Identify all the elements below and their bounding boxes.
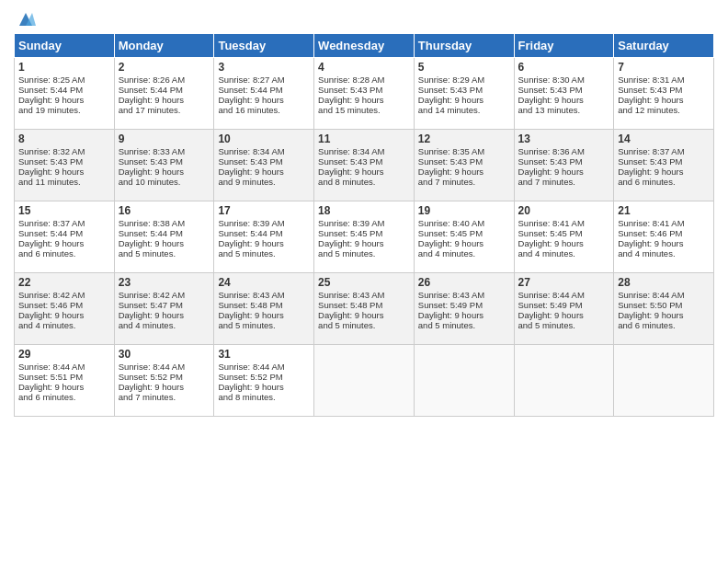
calendar-cell: 27Sunrise: 8:44 AMSunset: 5:49 PMDayligh… xyxy=(514,273,614,345)
logo-icon xyxy=(16,9,36,29)
day-info-line: Sunset: 5:49 PM xyxy=(518,300,610,310)
day-info-line: and 7 minutes. xyxy=(418,177,510,187)
day-info-line: Sunrise: 8:31 AM xyxy=(618,75,710,85)
day-info-line: Daylight: 9 hours xyxy=(119,382,210,392)
day-info-line: Sunrise: 8:26 AM xyxy=(119,75,210,85)
day-info-line: Sunset: 5:45 PM xyxy=(418,228,510,238)
day-info-line: Sunrise: 8:43 AM xyxy=(318,290,410,300)
day-info-line: Sunset: 5:44 PM xyxy=(218,228,310,238)
day-number: 15 xyxy=(18,204,110,217)
day-info-line: Sunrise: 8:43 AM xyxy=(418,290,510,300)
day-info-line: and 8 minutes. xyxy=(318,177,410,187)
day-number: 6 xyxy=(518,61,610,74)
day-info-line: Sunset: 5:43 PM xyxy=(318,85,410,95)
day-number: 30 xyxy=(119,348,210,361)
day-info-line: Daylight: 9 hours xyxy=(218,95,310,105)
day-number: 29 xyxy=(18,348,110,361)
day-number: 11 xyxy=(318,132,410,145)
calendar-week-1: 1Sunrise: 8:25 AMSunset: 5:44 PMDaylight… xyxy=(15,58,714,130)
day-info-line: Sunrise: 8:44 AM xyxy=(618,290,710,300)
day-info-line: and 6 minutes. xyxy=(618,177,710,187)
day-info-line: and 17 minutes. xyxy=(119,105,210,115)
day-info-line: Daylight: 9 hours xyxy=(18,310,110,320)
calendar-body: 1Sunrise: 8:25 AMSunset: 5:44 PMDaylight… xyxy=(15,58,714,417)
day-info-line: Sunrise: 8:27 AM xyxy=(218,75,310,85)
header xyxy=(14,9,714,26)
day-info-line: Daylight: 9 hours xyxy=(618,238,710,248)
day-number: 10 xyxy=(218,132,310,145)
day-info-line: and 10 minutes. xyxy=(119,177,210,187)
day-info-line: Sunrise: 8:34 AM xyxy=(318,146,410,156)
day-info-line: Daylight: 9 hours xyxy=(518,238,610,248)
calendar-cell: 20Sunrise: 8:41 AMSunset: 5:45 PMDayligh… xyxy=(514,201,614,273)
day-number: 18 xyxy=(318,204,410,217)
day-info-line: and 6 minutes. xyxy=(618,320,710,330)
day-info-line: Sunrise: 8:44 AM xyxy=(119,362,210,372)
header-day-tuesday: Tuesday xyxy=(214,34,314,58)
day-info-line: Sunset: 5:52 PM xyxy=(218,372,310,382)
day-info-line: and 4 minutes. xyxy=(418,248,510,259)
day-info-line: Daylight: 9 hours xyxy=(218,310,310,320)
day-number: 7 xyxy=(618,61,710,74)
day-number: 20 xyxy=(518,204,610,217)
day-number: 28 xyxy=(618,276,710,289)
day-number: 19 xyxy=(418,204,510,217)
day-info-line: Sunset: 5:44 PM xyxy=(218,85,310,95)
day-info-line: Sunset: 5:49 PM xyxy=(418,300,510,310)
day-info-line: Sunrise: 8:30 AM xyxy=(518,75,610,85)
day-info-line: and 4 minutes. xyxy=(518,248,610,259)
day-info-line: Sunset: 5:44 PM xyxy=(119,228,210,238)
calendar-cell: 28Sunrise: 8:44 AMSunset: 5:50 PMDayligh… xyxy=(614,273,714,345)
day-info-line: and 4 minutes. xyxy=(18,320,110,330)
day-info-line: Daylight: 9 hours xyxy=(119,310,210,320)
calendar-cell: 8Sunrise: 8:32 AMSunset: 5:43 PMDaylight… xyxy=(15,130,115,201)
day-info-line: and 16 minutes. xyxy=(218,105,310,115)
day-info-line: Sunset: 5:45 PM xyxy=(318,228,410,238)
day-info-line: Sunrise: 8:32 AM xyxy=(18,146,110,156)
calendar-cell: 18Sunrise: 8:39 AMSunset: 5:45 PMDayligh… xyxy=(314,201,415,273)
calendar-cell: 13Sunrise: 8:36 AMSunset: 5:43 PMDayligh… xyxy=(514,130,614,201)
day-info-line: Sunset: 5:44 PM xyxy=(18,85,110,95)
day-info-line: Sunrise: 8:34 AM xyxy=(218,146,310,156)
day-info-line: Daylight: 9 hours xyxy=(18,167,110,177)
calendar-cell: 7Sunrise: 8:31 AMSunset: 5:43 PMDaylight… xyxy=(614,58,714,130)
day-info-line: Daylight: 9 hours xyxy=(418,167,510,177)
day-info-line: Sunrise: 8:41 AM xyxy=(518,218,610,228)
day-info-line: Sunrise: 8:42 AM xyxy=(119,290,210,300)
calendar-cell xyxy=(414,345,514,417)
day-info-line: Daylight: 9 hours xyxy=(418,95,510,105)
day-info-line: Sunset: 5:46 PM xyxy=(18,300,110,310)
day-info-line: and 5 minutes. xyxy=(518,320,610,330)
day-info-line: Sunset: 5:43 PM xyxy=(618,156,710,167)
day-number: 24 xyxy=(218,276,310,289)
day-info-line: and 5 minutes. xyxy=(318,248,410,259)
day-info-line: and 14 minutes. xyxy=(418,105,510,115)
calendar-cell: 25Sunrise: 8:43 AMSunset: 5:48 PMDayligh… xyxy=(314,273,415,345)
day-info-line: Sunrise: 8:35 AM xyxy=(418,146,510,156)
day-info-line: Daylight: 9 hours xyxy=(318,310,410,320)
day-info-line: Daylight: 9 hours xyxy=(618,95,710,105)
day-info-line: Daylight: 9 hours xyxy=(518,310,610,320)
day-info-line: Sunset: 5:44 PM xyxy=(119,85,210,95)
day-number: 3 xyxy=(218,61,310,74)
day-info-line: and 19 minutes. xyxy=(18,105,110,115)
day-info-line: Sunrise: 8:40 AM xyxy=(418,218,510,228)
calendar-cell: 26Sunrise: 8:43 AMSunset: 5:49 PMDayligh… xyxy=(414,273,514,345)
calendar-cell: 9Sunrise: 8:33 AMSunset: 5:43 PMDaylight… xyxy=(114,130,214,201)
day-number: 5 xyxy=(418,61,510,74)
header-day-wednesday: Wednesday xyxy=(314,34,415,58)
day-info-line: Sunrise: 8:39 AM xyxy=(318,218,410,228)
calendar-cell: 24Sunrise: 8:43 AMSunset: 5:48 PMDayligh… xyxy=(214,273,314,345)
day-info-line: Sunset: 5:51 PM xyxy=(18,372,110,382)
day-number: 17 xyxy=(218,204,310,217)
day-info-line: Daylight: 9 hours xyxy=(318,167,410,177)
calendar-cell: 15Sunrise: 8:37 AMSunset: 5:44 PMDayligh… xyxy=(15,201,115,273)
day-info-line: Sunset: 5:45 PM xyxy=(518,228,610,238)
day-number: 13 xyxy=(518,132,610,145)
calendar-cell: 6Sunrise: 8:30 AMSunset: 5:43 PMDaylight… xyxy=(514,58,614,130)
day-number: 16 xyxy=(119,204,210,217)
calendar-cell: 29Sunrise: 8:44 AMSunset: 5:51 PMDayligh… xyxy=(15,345,115,417)
day-info-line: Sunset: 5:43 PM xyxy=(318,156,410,167)
day-info-line: and 5 minutes. xyxy=(218,320,310,330)
day-info-line: Sunset: 5:52 PM xyxy=(119,372,210,382)
